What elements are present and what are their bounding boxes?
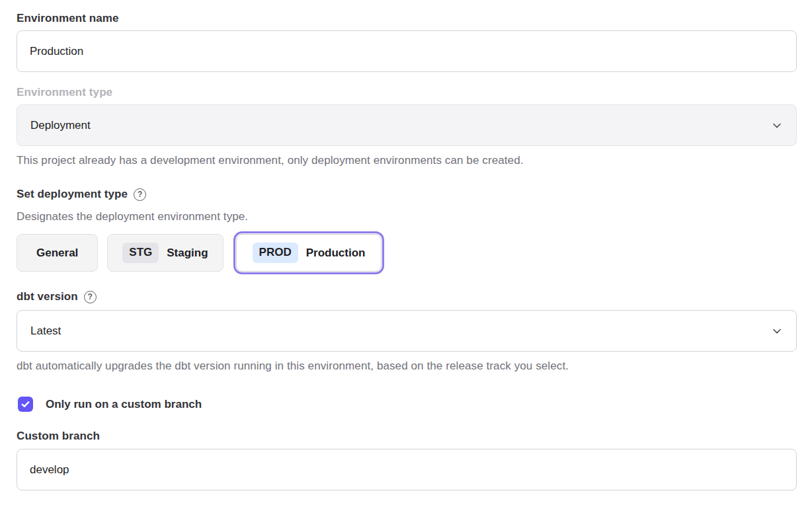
custom-branch-label: Custom branch	[17, 430, 797, 443]
environment-type-field: Environment type Deployment This project…	[17, 86, 797, 167]
dbt-version-label-row: dbt version ?	[17, 290, 797, 303]
custom-branch-input[interactable]	[17, 449, 797, 490]
staging-button-label: Staging	[167, 247, 208, 260]
deployment-type-heading: Set deployment type	[17, 188, 128, 201]
environment-type-label: Environment type	[17, 86, 797, 99]
deployment-type-staging-button[interactable]: STG Staging	[107, 234, 223, 272]
environment-name-field: Environment name	[17, 12, 797, 72]
help-icon[interactable]: ?	[134, 188, 146, 201]
custom-branch-toggle-row: Only run on a custom branch	[17, 397, 797, 412]
dbt-version-label: dbt version	[17, 290, 78, 303]
dbt-version-selected-value: Latest	[30, 325, 61, 338]
deployment-type-options: General STG Staging PROD Production	[17, 234, 797, 272]
production-button-label: Production	[306, 247, 366, 260]
deployment-type-helper: Designates the deployment environment ty…	[17, 210, 797, 223]
deployment-type-section: Set deployment type ? Designates the dep…	[17, 188, 797, 272]
deployment-type-general-button[interactable]: General	[17, 234, 98, 272]
chevron-down-icon	[771, 325, 783, 337]
general-button-label: General	[36, 247, 78, 260]
dbt-version-helper: dbt automatically upgrades the dbt versi…	[17, 360, 797, 373]
dbt-version-select[interactable]: Latest	[17, 310, 797, 352]
environment-name-label: Environment name	[17, 12, 797, 25]
help-icon[interactable]: ?	[84, 291, 97, 303]
custom-branch-checkbox-label[interactable]: Only run on a custom branch	[46, 398, 202, 411]
environment-settings-form: Environment name Environment type Deploy…	[17, 0, 797, 490]
production-badge: PROD	[253, 243, 298, 262]
staging-badge: STG	[122, 243, 159, 262]
environment-type-select[interactable]: Deployment	[17, 104, 797, 146]
check-icon	[20, 399, 30, 409]
custom-branch-checkbox[interactable]	[18, 397, 33, 412]
environment-type-selected-value: Deployment	[30, 119, 91, 132]
environment-type-helper: This project already has a development e…	[17, 154, 797, 167]
deployment-type-heading-row: Set deployment type ?	[17, 188, 797, 201]
dbt-version-field: dbt version ? Latest dbt automatically u…	[17, 290, 797, 373]
deployment-type-production-button[interactable]: PROD Production	[236, 234, 382, 272]
chevron-down-icon	[771, 120, 783, 132]
environment-name-input[interactable]	[17, 30, 797, 72]
custom-branch-field: Custom branch	[17, 430, 797, 490]
